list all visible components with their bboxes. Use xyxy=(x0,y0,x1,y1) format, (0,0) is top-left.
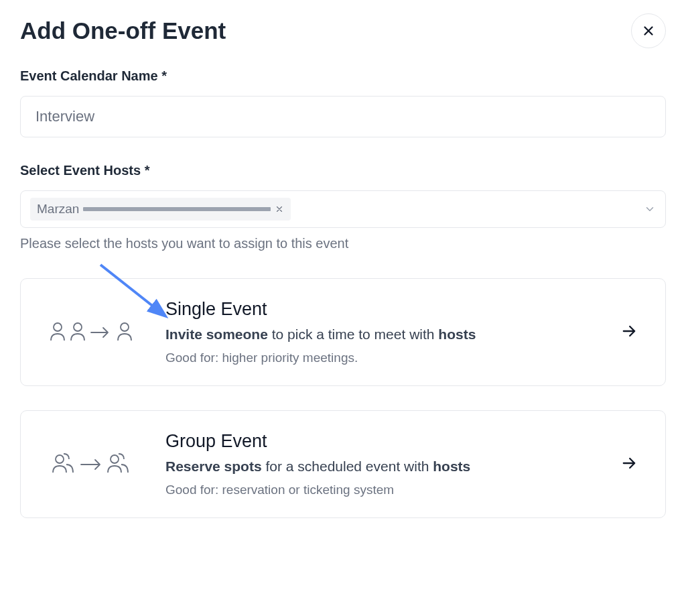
group-event-sub: Good for: reservation or ticketing syste… xyxy=(165,483,596,497)
single-event-icon xyxy=(48,319,141,346)
arrow-right-icon xyxy=(620,322,638,343)
close-icon xyxy=(641,23,656,38)
arrow-right-icon xyxy=(620,454,638,475)
remove-host-icon[interactable] xyxy=(275,204,284,214)
svg-point-1 xyxy=(74,323,82,331)
single-event-desc: Invite someone to pick a time to meet wi… xyxy=(165,326,596,343)
svg-point-0 xyxy=(54,323,62,331)
host-chip[interactable]: Marzan xyxy=(30,198,291,221)
close-button[interactable] xyxy=(631,13,666,48)
modal-title: Add One-off Event xyxy=(20,17,226,44)
event-name-input[interactable] xyxy=(20,96,666,137)
svg-point-4 xyxy=(111,455,119,463)
svg-point-2 xyxy=(121,323,129,331)
single-event-title: Single Event xyxy=(165,299,596,320)
group-event-desc: Reserve spots for a scheduled event with… xyxy=(165,458,596,475)
single-event-option[interactable]: Single Event Invite someone to pick a ti… xyxy=(20,278,666,386)
group-event-title: Group Event xyxy=(165,431,596,452)
chevron-down-icon xyxy=(644,203,656,215)
hosts-select[interactable]: Marzan xyxy=(20,190,666,228)
single-event-sub: Good for: higher priority meetings. xyxy=(165,351,596,365)
group-event-icon xyxy=(48,450,141,479)
host-chip-name: Marzan xyxy=(37,202,79,217)
hosts-helper-text: Please select the hosts you want to assi… xyxy=(20,236,666,251)
hosts-label: Select Event Hosts * xyxy=(20,163,666,178)
event-name-label: Event Calendar Name * xyxy=(20,68,666,84)
svg-point-3 xyxy=(56,455,64,463)
group-event-option[interactable]: Group Event Reserve spots for a schedule… xyxy=(20,410,666,518)
host-chip-redacted xyxy=(83,207,271,211)
